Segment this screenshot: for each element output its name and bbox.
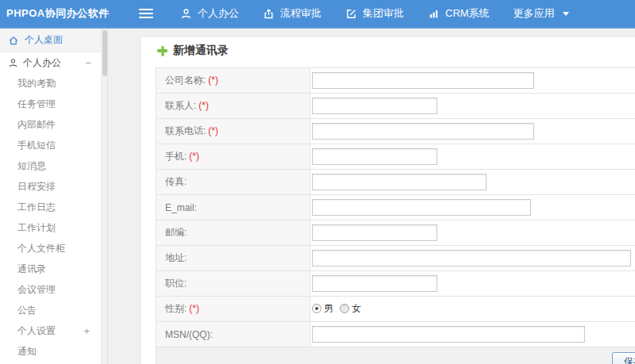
sidebar-item-sms[interactable]: 手机短信 (0, 135, 107, 155)
form-row-company-name: 公司名称:(*) (156, 68, 635, 94)
collapse-minus-icon[interactable]: − (85, 57, 91, 69)
sidebar-item-label: 我的考勤 (17, 77, 56, 90)
radio-label: 女 (352, 302, 361, 316)
zip-code-input[interactable] (312, 224, 437, 241)
sidebar-item-file-cabinet[interactable]: 个人文件柜 (0, 238, 107, 259)
field-label-cell: 手机:(*) (156, 144, 310, 170)
field-label: 邮编: (165, 227, 187, 238)
gender-radio-female[interactable]: 女 (340, 302, 361, 316)
address-input[interactable] (312, 250, 631, 266)
sidebar-item-schedule[interactable]: 日程安排 (0, 176, 107, 197)
sidebar-item-label: 会议管理 (17, 283, 56, 297)
topnav-group-approval[interactable]: 集团审批 (345, 6, 404, 21)
sidebar-item-internal-mail[interactable]: 内部邮件 (0, 114, 107, 135)
sidebar-item-list: 我的考勤任务管理内部邮件手机短信短消息日程安排工作日志工作计划个人文件柜通讯录会… (0, 73, 107, 362)
sidebar-scrollbar-thumb[interactable] (102, 30, 107, 76)
bar-chart-icon (428, 8, 440, 20)
mobile-input[interactable] (312, 148, 437, 165)
app-logo: PHPOA协同办公软件 (0, 6, 139, 21)
field-label-cell: 地址: (156, 246, 310, 271)
person-icon (8, 58, 18, 68)
field-label: 联系电话: (165, 125, 206, 136)
sidebar-item-notifications[interactable]: 通知 (0, 341, 107, 362)
sidebar-item-label: 通知 (17, 345, 37, 358)
company-name-input[interactable] (312, 72, 534, 89)
sidebar-group-label: 个人办公 (23, 56, 61, 70)
field-input-cell (310, 220, 635, 246)
sidebar-item-announcements[interactable]: 公告 (0, 300, 107, 320)
edit-approval-icon (345, 8, 357, 20)
form-row-email: E_mail: (156, 195, 635, 220)
page-title-row: 新增通讯录 (141, 37, 635, 58)
field-label-cell: 联系人:(*) (156, 94, 310, 119)
contact-phone-input[interactable] (312, 123, 534, 140)
hamburger-menu-icon[interactable] (139, 9, 153, 18)
sidebar-item-label: 工作日志 (17, 201, 56, 214)
main-layout: 个人桌面 个人办公 − 我的考勤任务管理内部邮件手机短信短消息日程安排工作日志工… (0, 29, 635, 364)
fax-input[interactable] (312, 174, 487, 190)
sidebar-item-label: 手机短信 (17, 139, 56, 152)
field-label-cell: MSN/(QQ): (156, 322, 310, 347)
field-label-cell: 联系电话:(*) (156, 119, 310, 144)
form-footer: 保存 (156, 347, 635, 364)
required-mark: (*) (208, 125, 218, 136)
field-input-cell (310, 195, 635, 220)
sidebar-item-short-message[interactable]: 短消息 (0, 155, 107, 176)
form-row-msn-qq: MSN/(QQ): (156, 322, 635, 347)
form-row-mobile: 手机:(*) (156, 144, 635, 170)
sidebar-item-desktop[interactable]: 个人桌面 (0, 29, 107, 52)
msn-qq-input[interactable] (312, 326, 585, 343)
sidebar-scrollbar[interactable] (101, 29, 107, 364)
field-label: 联系人: (165, 100, 196, 111)
field-label: 性别: (165, 303, 187, 314)
topnav-personal-office[interactable]: 个人办公 (180, 6, 239, 21)
sidebar-item-meetings[interactable]: 会议管理 (0, 279, 107, 300)
field-input-cell (310, 170, 635, 195)
sidebar-item-label: 日程安排 (17, 180, 56, 193)
radio-selected-icon (312, 304, 321, 313)
sidebar-item-label: 任务管理 (17, 98, 56, 111)
field-input-cell (310, 271, 635, 297)
sidebar-item-attendance[interactable]: 我的考勤 (0, 73, 107, 94)
topnav-label: 个人办公 (198, 6, 239, 21)
sidebar-item-work-log[interactable]: 工作日志 (0, 197, 107, 217)
email-input[interactable] (312, 199, 531, 216)
home-icon (8, 35, 19, 46)
app-window: PHPOA协同办公软件 个人办公流程审批集团审批CRM系统更多应用 个人桌面 个… (0, 0, 635, 364)
field-label: 手机: (165, 151, 187, 162)
sidebar-item-personal-settings[interactable]: 个人设置+ (0, 320, 107, 341)
form-row-gender: 性别:(*)男女 (156, 297, 635, 322)
sidebar: 个人桌面 个人办公 − 我的考勤任务管理内部邮件手机短信短消息日程安排工作日志工… (0, 29, 108, 364)
field-input-cell (310, 144, 635, 170)
field-label-cell: 职位: (156, 271, 310, 297)
field-input-cell (310, 322, 635, 347)
gender-radio-male[interactable]: 男 (312, 302, 333, 316)
form-row-fax: 传真: (156, 170, 635, 195)
sidebar-item-work-plan[interactable]: 工作计划 (0, 217, 107, 238)
expand-plus-icon[interactable]: + (83, 325, 90, 337)
sidebar-item-label: 短消息 (17, 159, 46, 173)
field-input-cell (310, 119, 635, 144)
topnav-label: 更多应用 (514, 6, 555, 21)
sidebar-item-label: 内部邮件 (17, 118, 56, 132)
contact-person-input[interactable] (312, 98, 437, 114)
field-label: 传真: (165, 176, 187, 187)
save-button[interactable]: 保存 (612, 352, 635, 364)
topnav-more-apps[interactable]: 更多应用 (514, 6, 569, 21)
sidebar-item-tasks[interactable]: 任务管理 (0, 94, 107, 114)
field-label-cell: 邮编: (156, 220, 310, 246)
topbar: PHPOA协同办公软件 个人办公流程审批集团审批CRM系统更多应用 (0, 0, 635, 29)
topnav-crm-system[interactable]: CRM系统 (428, 6, 490, 21)
field-label: MSN/(QQ): (165, 329, 213, 340)
form-row-contact-phone: 联系电话:(*) (156, 119, 635, 144)
position-input[interactable] (312, 275, 437, 292)
sidebar-group-personal-office[interactable]: 个人办公 − (0, 52, 107, 73)
topnav-label: 集团审批 (363, 6, 404, 21)
topnav-workflow-approval[interactable]: 流程审批 (263, 6, 321, 21)
topnav-label: 流程审批 (280, 6, 321, 21)
field-label-cell: 性别:(*) (156, 297, 310, 322)
field-label: 职位: (165, 278, 187, 289)
sidebar-item-contacts[interactable]: 通讯录 (0, 259, 107, 279)
field-label-cell: 公司名称:(*) (156, 68, 310, 94)
page-title: 新增通讯录 (173, 44, 229, 58)
